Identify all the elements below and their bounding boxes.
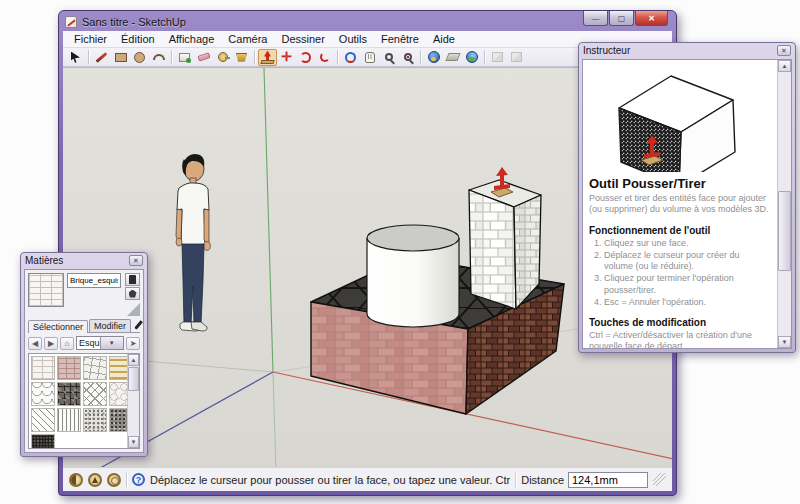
secondary-pane-toggle[interactable]: [127, 303, 140, 316]
materials-title-bar[interactable]: Matières ✕: [21, 253, 147, 268]
home-button[interactable]: ⌂: [60, 337, 74, 350]
materials-scrollbar[interactable]: ▲ ▼: [127, 354, 139, 448]
make-component-button[interactable]: [175, 49, 194, 66]
back-button[interactable]: ◀: [28, 337, 42, 350]
menu-camera[interactable]: Caméra: [221, 32, 274, 46]
instructor-content: Outil Pousser/Tirer Pousser et tirer des…: [583, 60, 777, 348]
push-pull-tool-button[interactable]: [258, 49, 277, 66]
scroll-track[interactable]: [128, 366, 139, 436]
swatch-grid: [29, 354, 127, 448]
distance-label: Distance: [521, 474, 564, 486]
step-item: Esc = Annuler l'opération.: [604, 297, 771, 308]
pan-hand-icon: [365, 52, 375, 63]
globe-icon: [428, 51, 440, 63]
swatch-brick-white[interactable]: [31, 356, 55, 380]
menu-affichage[interactable]: Affichage: [162, 32, 222, 46]
resize-grip[interactable]: [653, 473, 666, 486]
create-material-button[interactable]: [125, 273, 140, 286]
menu-fichier[interactable]: Fichier: [67, 32, 114, 46]
zoom-extents-button[interactable]: [398, 49, 417, 66]
status-bar: ? Déplacez le curseur pour pousser ou ti…: [63, 467, 672, 491]
instructor-scrollbar[interactable]: ▲ ▼: [777, 60, 791, 348]
paint-with-texture-button[interactable]: [125, 287, 140, 300]
rotate-tool-button[interactable]: [296, 49, 315, 66]
eraser-tool-button[interactable]: [194, 49, 213, 66]
scroll-thumb[interactable]: [128, 367, 139, 391]
zoom-tool-button[interactable]: [379, 49, 398, 66]
help-question-icon[interactable]: ?: [132, 473, 145, 486]
swatch-fish-scale[interactable]: [31, 382, 55, 406]
sign-in-status-icon[interactable]: [107, 473, 121, 487]
scroll-down-arrow[interactable]: ▼: [128, 436, 139, 448]
share-model-button[interactable]: [507, 49, 526, 66]
menu-outils[interactable]: Outils: [332, 32, 374, 46]
select-tool-button[interactable]: [66, 49, 85, 66]
eraser-icon: [197, 52, 210, 61]
materials-nav-row: ◀ ▶ ⌂ Esquisse ▼ ➤: [28, 336, 140, 350]
menu-dessiner[interactable]: Dessiner: [274, 32, 331, 46]
materials-title: Matières: [25, 255, 63, 266]
claim-credit-status-icon[interactable]: [88, 473, 102, 487]
rectangle-icon: [115, 53, 127, 62]
maximize-button[interactable]: ▢: [609, 11, 634, 26]
toggle-terrain-button[interactable]: [443, 49, 462, 66]
instructor-close-button[interactable]: ✕: [777, 45, 791, 56]
swatch-dark-rough[interactable]: [31, 434, 55, 449]
tape-measure-button[interactable]: [213, 49, 232, 66]
get-models-icon: [492, 52, 503, 62]
swatch-dark-blocks[interactable]: [57, 382, 81, 406]
collection-dropdown[interactable]: Esquisse ▼: [76, 336, 124, 350]
line-tool-button[interactable]: [92, 49, 111, 66]
pan-tool-button[interactable]: [360, 49, 379, 66]
geolocation-status-icon[interactable]: [69, 473, 83, 487]
get-models-button[interactable]: [488, 49, 507, 66]
forward-button[interactable]: ▶: [44, 337, 58, 350]
sketchup-app-icon: [65, 16, 77, 28]
minimize-button[interactable]: —: [583, 11, 608, 26]
menu-edition[interactable]: Édition: [114, 32, 162, 46]
select-cursor-icon: [71, 52, 80, 63]
rectangle-tool-button[interactable]: [111, 49, 130, 66]
orbit-tool-button[interactable]: [341, 49, 360, 66]
instructor-heading: Outil Pousser/Tirer: [589, 176, 771, 191]
material-name-input[interactable]: [67, 273, 121, 288]
menu-aide[interactable]: Aide: [426, 32, 462, 46]
distance-input[interactable]: [568, 472, 648, 488]
arc-tool-button[interactable]: [149, 49, 168, 66]
create-material-icon: [129, 275, 136, 284]
swatch-gravel-light[interactable]: [83, 408, 107, 432]
person-figure: [176, 154, 210, 331]
toolbar-separator: [420, 50, 421, 64]
menu-fenetre[interactable]: Fenêtre: [374, 32, 426, 46]
circle-tool-button[interactable]: [130, 49, 149, 66]
swatch-lattice[interactable]: [83, 382, 107, 406]
swatch-diagonal-hatch[interactable]: [31, 408, 55, 432]
close-button[interactable]: ✕: [635, 11, 668, 26]
desktop: { "window": { "title": "Sans titre - Ske…: [0, 0, 800, 504]
paint-arrow-button[interactable]: ➤: [126, 337, 140, 350]
place-model-button[interactable]: [462, 49, 481, 66]
push-pull-illustration: [589, 64, 775, 172]
terrain-icon: [445, 53, 460, 61]
tab-modifier[interactable]: Modifier: [89, 319, 131, 332]
scroll-thumb[interactable]: [778, 191, 791, 271]
scroll-up-arrow[interactable]: ▲: [128, 354, 139, 366]
sample-dropper-icon[interactable]: [134, 320, 143, 330]
scroll-up-arrow[interactable]: ▲: [778, 60, 791, 72]
paint-bucket-button[interactable]: [232, 49, 251, 66]
instructor-title: Instructeur: [583, 45, 630, 56]
material-preview-swatch[interactable]: [28, 273, 64, 307]
swatch-stone-blocks[interactable]: [83, 356, 107, 380]
scroll-track[interactable]: [778, 72, 791, 336]
scroll-down-arrow[interactable]: ▼: [778, 336, 791, 348]
tab-selectionner[interactable]: Sélectionner: [28, 320, 88, 333]
swatch-brick-rows-pink[interactable]: [57, 356, 81, 380]
swatch-vertical-lines[interactable]: [57, 408, 81, 432]
instructor-title-bar[interactable]: Instructeur ✕: [579, 43, 795, 58]
materials-close-button[interactable]: ✕: [129, 255, 143, 266]
follow-me-tool-button[interactable]: [315, 49, 334, 66]
move-tool-button[interactable]: ✛: [277, 49, 296, 66]
get-current-view-button[interactable]: [424, 49, 443, 66]
instructor-section2-title: Touches de modification: [589, 317, 771, 328]
arc-icon: [153, 54, 165, 60]
